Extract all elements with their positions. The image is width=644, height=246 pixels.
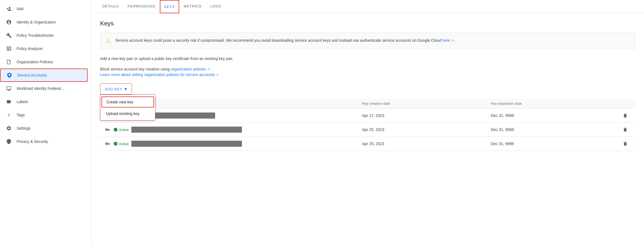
check-circle-icon-3 — [113, 142, 118, 146]
sidebar-item-label-labels: Labels — [17, 100, 28, 104]
shield-icon — [6, 138, 12, 145]
sidebar-item-label-service-accounts: Service Accounts — [17, 73, 47, 77]
tab-permissions[interactable]: PERMISSIONS — [123, 0, 160, 13]
key-hash-redacted-2 — [131, 127, 242, 133]
sidebar-item-identity-organization[interactable]: Identity & Organization — [0, 15, 88, 29]
row-creation-2: Apr 25, 2023 — [362, 127, 491, 132]
external-link-icon: ↗ — [451, 39, 454, 43]
learn-more-link[interactable]: Learn more about setting organization po… — [100, 72, 635, 77]
sidebar-item-label-iam: IAM — [17, 7, 24, 11]
warning-icon: ⚠ — [106, 38, 111, 44]
description-text: Add a new key pair or upload a public ke… — [100, 56, 635, 62]
sidebar-item-labels[interactable]: Labels — [0, 95, 88, 108]
chevron-down-icon: ▾ — [124, 86, 127, 92]
tab-metrics[interactable]: METRICS — [179, 0, 206, 13]
key-icon-3 — [105, 141, 111, 147]
row-key-cell-3: Active — [105, 141, 362, 147]
delete-key-button-3[interactable] — [620, 141, 631, 146]
col-header-creation: Key creation date — [362, 102, 491, 106]
sidebar-item-privacy-security[interactable]: Privacy & Security — [0, 135, 88, 148]
external-link-icon-2: ↗ — [207, 67, 210, 71]
table-row: Active Apr 25, 2023 Dec 31, 9999 — [100, 123, 635, 137]
upload-existing-key-item[interactable]: Upload existing key — [100, 108, 155, 119]
trash-icon-2 — [623, 127, 628, 132]
key-hash-redacted-3 — [131, 141, 242, 147]
monitor-icon — [6, 85, 12, 92]
row-expiration-3: Dec 31, 9999 — [491, 142, 620, 146]
warning-link[interactable]: here ↗ — [442, 38, 455, 43]
sidebar-item-label-privacy: Privacy & Security — [17, 139, 48, 144]
table-icon — [6, 45, 12, 52]
sidebar-item-label-troubleshooter: Policy Troubleshooter — [17, 33, 54, 38]
col-header-expiration: Key expiration date — [491, 102, 620, 106]
sidebar-item-label-org-policies: Organization Policies — [17, 60, 53, 64]
sidebar-item-organization-policies[interactable]: Organization Policies — [0, 55, 88, 69]
key-icon-2 — [105, 127, 111, 133]
add-key-button[interactable]: ADD KEY ▾ — [100, 83, 132, 95]
row-expiration-1: Dec 31, 9999 — [491, 113, 620, 118]
row-creation-3: Apr 25, 2023 — [362, 142, 491, 146]
main-content: DETAILS PERMISSIONS KEYS METRICS LOGS Ke… — [91, 0, 644, 246]
sidebar-item-label-tags: Tags — [17, 113, 25, 117]
table-row: Apr 17, 2023 Dec 31, 9999 — [100, 109, 635, 123]
tab-keys[interactable]: KEYS — [160, 0, 179, 13]
content-area: Keys ⚠ Service account keys could pose a… — [91, 13, 644, 246]
row-expiration-2: Dec 31, 9999 — [491, 127, 620, 132]
warning-text: Service account keys could pose a securi… — [115, 37, 456, 43]
add-key-dropdown-container: ADD KEY ▾ Create new key Upload existing… — [100, 83, 132, 95]
add-key-dropdown-menu: Create new key Upload existing key — [100, 95, 155, 121]
sidebar-item-workload-identity[interactable]: Workload Identity Federat... — [0, 82, 88, 95]
status-badge-3: Active — [113, 142, 129, 146]
sidebar-item-policy-troubleshooter[interactable]: Policy Troubleshooter — [0, 29, 88, 42]
row-creation-1: Apr 17, 2023 — [362, 113, 491, 118]
status-badge-2: Active — [113, 127, 129, 132]
tab-details[interactable]: DETAILS — [98, 0, 123, 13]
org-policy-link[interactable]: organization policies ↗ — [171, 67, 211, 71]
external-link-icon-3: ↗ — [216, 73, 219, 77]
sidebar-item-settings[interactable]: Settings — [0, 122, 88, 135]
tabs-bar: DETAILS PERMISSIONS KEYS METRICS LOGS — [91, 0, 644, 13]
sidebar-item-tags[interactable]: Tags — [0, 108, 88, 122]
warning-banner: ⚠ Service account keys could pose a secu… — [100, 33, 635, 49]
sidebar-item-iam[interactable]: IAM — [0, 2, 88, 15]
keys-table: Key Key creation date Key expiration dat… — [100, 99, 635, 151]
sidebar-item-label-analyzer: Policy Analyzer — [17, 46, 43, 51]
wrench-icon — [6, 32, 12, 39]
sidebar-item-label-settings: Settings — [17, 126, 31, 130]
sidebar-item-label-identity: Identity & Organization — [17, 20, 56, 24]
gear-icon — [6, 125, 12, 132]
chevron-right-icon — [6, 112, 12, 118]
sidebar-item-service-accounts[interactable]: Service Accounts — [0, 69, 88, 82]
trash-icon-1 — [623, 113, 628, 118]
row-key-cell-2: Active — [105, 127, 362, 133]
table-header: Key Key creation date Key expiration dat… — [100, 99, 635, 109]
sidebar-item-label-workload: Workload Identity Federat... — [17, 86, 64, 91]
block-policy-text: Block service account key creation using… — [100, 67, 212, 71]
delete-key-button-1[interactable] — [620, 113, 631, 118]
trash-icon-3 — [623, 141, 628, 146]
person-add-icon — [6, 6, 12, 12]
tab-logs[interactable]: LOGS — [206, 0, 226, 13]
check-circle-icon-2 — [113, 127, 118, 132]
sidebar: IAM Identity & Organization Policy Troub… — [0, 0, 91, 246]
doc-icon — [6, 59, 12, 65]
create-new-key-item[interactable]: Create new key — [101, 96, 154, 108]
account-circle-icon — [6, 19, 12, 25]
sidebar-item-policy-analyzer[interactable]: Policy Analyzer — [0, 42, 88, 55]
service-account-icon — [6, 72, 13, 78]
label-icon — [6, 98, 12, 105]
policy-links: Block service account key creation using… — [100, 66, 635, 77]
delete-key-button-2[interactable] — [620, 127, 631, 132]
table-row: Active Apr 25, 2023 Dec 31, 9999 — [100, 137, 635, 151]
page-title: Keys — [100, 20, 635, 27]
